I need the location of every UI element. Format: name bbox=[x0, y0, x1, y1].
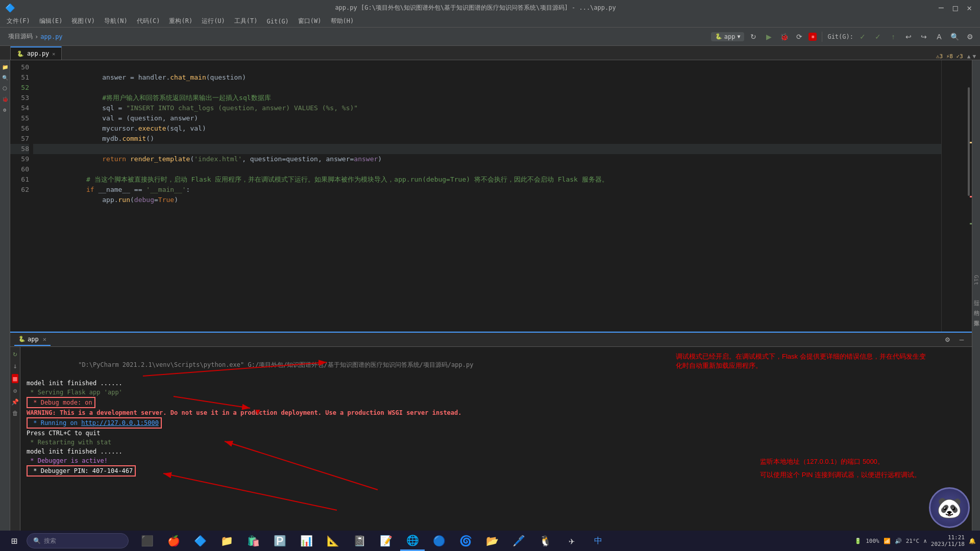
terminal-line-6: Press CTRL+C to quit bbox=[27, 429, 966, 438]
taskbar-app-powerpoint[interactable]: 🅿️ bbox=[267, 531, 292, 551]
taskbar-app-input[interactable]: 中 bbox=[586, 531, 610, 551]
warning-count: ⚠3 ⚡8 ✓3 bbox=[936, 53, 963, 60]
code-line-52: #将用户输入和回答系统返回结果输出一起插入sql数据库 bbox=[33, 83, 941, 93]
scroll-down-icon[interactable]: ▼ bbox=[972, 53, 976, 60]
git-update-button[interactable]: ✓ bbox=[872, 31, 884, 43]
store-icon: 🛍️ bbox=[247, 535, 260, 547]
settings-button[interactable]: ⚙ bbox=[964, 31, 976, 43]
run-tab-icon: 🐍 bbox=[18, 336, 26, 342]
run-tools-btn[interactable]: ⚙ bbox=[13, 387, 17, 394]
debug-button[interactable]: 🐞 bbox=[778, 31, 790, 43]
menu-view[interactable]: 视图(V) bbox=[67, 16, 99, 27]
window-controls[interactable]: ─ □ ✕ bbox=[936, 3, 975, 13]
taskbar-app-ie[interactable]: 🔵 bbox=[427, 531, 451, 551]
info-marker-1 bbox=[970, 223, 972, 224]
taskbar-app-word[interactable]: 📝 bbox=[374, 531, 398, 551]
code-line-57 bbox=[33, 134, 941, 144]
taskbar-app-weather[interactable]: 🍎 bbox=[161, 531, 186, 551]
taskbar-notification-icon[interactable]: 🔔 bbox=[969, 538, 976, 544]
coverage-button[interactable]: ⟳ bbox=[793, 31, 805, 43]
run-config-name: app bbox=[724, 33, 736, 40]
run-panel-close-btn[interactable]: ─ bbox=[955, 334, 968, 346]
taskbar-search[interactable]: 🔍 搜索 bbox=[27, 533, 129, 548]
warning-marker-1 bbox=[970, 142, 972, 143]
menu-navigate[interactable]: 导航(N) bbox=[100, 16, 132, 27]
activity-icon-2[interactable]: 🔍 bbox=[1, 73, 9, 82]
undo-button[interactable]: ↩ bbox=[902, 31, 915, 43]
run-panel-body-wrapper: ↻ ↓ ■ ⚙ 📌 🗑 "D:\PyCharm 2021.2.1\venv\Sc… bbox=[10, 347, 972, 531]
terminal-line-8: model init finished ...... bbox=[27, 447, 966, 456]
run-panel-toolbar: ⚙ ─ bbox=[941, 334, 968, 346]
taskbar-app-filemanager[interactable]: 📂 bbox=[480, 531, 504, 551]
taskbar-app-explorer[interactable]: ⬛ bbox=[135, 531, 159, 551]
taskbar-app-visio[interactable]: 📐 bbox=[321, 531, 345, 551]
refresh-button[interactable]: ↻ bbox=[747, 31, 760, 43]
taskbar-app-chrome[interactable]: 🌀 bbox=[453, 531, 478, 551]
stop-run-button[interactable]: ■ bbox=[12, 374, 18, 383]
editor-tab-bar: 🐍 app.py ✕ ⚠3 ⚡8 ✓3 ▲ ▼ bbox=[0, 46, 980, 60]
breadcrumb: 项目源码 › app.py bbox=[8, 32, 63, 41]
taskbar-app-edge[interactable]: 🌐 bbox=[400, 531, 425, 551]
run-tab-close[interactable]: ✕ bbox=[43, 336, 46, 343]
close-button[interactable]: ✕ bbox=[964, 3, 975, 13]
title-bar-left: 🔷 bbox=[5, 3, 15, 13]
tab-close-button[interactable]: ✕ bbox=[52, 51, 55, 57]
activity-icon-4[interactable]: 🐞 bbox=[1, 95, 9, 103]
run-pin-btn[interactable]: 📌 bbox=[11, 398, 19, 406]
run-button[interactable]: ▶ bbox=[763, 31, 775, 43]
scroll-up-icon[interactable]: ▲ bbox=[967, 53, 971, 60]
rerun-button[interactable]: ↻ bbox=[13, 349, 17, 358]
menu-edit[interactable]: 编辑(E) bbox=[35, 16, 67, 27]
sidebar-git-label[interactable]: Git bbox=[973, 275, 979, 285]
activity-icon-1[interactable]: 📁 bbox=[1, 63, 9, 71]
run-panel-settings-btn[interactable]: ⚙ bbox=[941, 334, 953, 346]
run-config-selector[interactable]: 🐍 app ▼ bbox=[711, 32, 745, 41]
translate-button[interactable]: A bbox=[933, 31, 945, 43]
edge-icon: 🌐 bbox=[406, 534, 419, 546]
menu-refactor[interactable]: 重构(R) bbox=[165, 16, 197, 27]
editor-tab-app[interactable]: 🐍 app.py ✕ bbox=[10, 46, 62, 60]
taskbar-app-3d[interactable]: 🔷 bbox=[188, 531, 212, 551]
app-icon: 🔷 bbox=[5, 3, 15, 13]
run-trash-btn[interactable]: 🗑 bbox=[12, 410, 18, 417]
start-button[interactable]: ⊞ bbox=[4, 531, 24, 551]
search-button[interactable]: 🔍 bbox=[948, 31, 961, 43]
menu-file[interactable]: 文件(F) bbox=[3, 16, 34, 27]
menu-help[interactable]: 帮助(H) bbox=[327, 16, 358, 27]
scroll-to-end-button[interactable]: ↓ bbox=[13, 362, 17, 370]
code-content: answer = handler.chat_main(question) #将用… bbox=[33, 60, 941, 332]
menu-tools[interactable]: 工具(T) bbox=[230, 16, 262, 27]
taskbar-app-telegram[interactable]: ✈️ bbox=[559, 531, 584, 551]
run-left-icons: ↻ ↓ ■ ⚙ 📌 🗑 bbox=[10, 347, 20, 531]
git-check-button[interactable]: ✓ bbox=[856, 31, 869, 43]
taskbar-app-pycharm[interactable]: 🖊️ bbox=[506, 531, 531, 551]
menu-run[interactable]: 运行(U) bbox=[198, 16, 229, 27]
right-sidebar: Git 运行 结构 数据库 bbox=[972, 60, 980, 531]
redo-button[interactable]: ↪ bbox=[918, 31, 930, 43]
onenote-icon: 📓 bbox=[353, 535, 366, 547]
flask-url-link[interactable]: http://127.0.0.1:5000 bbox=[81, 419, 159, 427]
taskbar-battery-icon: 🔋 bbox=[854, 538, 862, 544]
activity-icon-3[interactable]: ⎔ bbox=[1, 84, 9, 92]
minimize-button[interactable]: ─ bbox=[936, 3, 947, 13]
taskbar-arrow-up[interactable]: ∧ bbox=[923, 538, 927, 544]
menu-code[interactable]: 代码(C) bbox=[133, 16, 164, 27]
maximize-button[interactable]: □ bbox=[950, 3, 961, 13]
taskbar-app-onenote[interactable]: 📓 bbox=[347, 531, 372, 551]
taskbar-app-store[interactable]: 🛍️ bbox=[241, 531, 265, 551]
activity-bar: 📁 🔍 ⎔ 🐞 ⚙ bbox=[0, 60, 10, 531]
taskbar-app-qq[interactable]: 🐧 bbox=[533, 531, 557, 551]
windows-icon: ⊞ bbox=[11, 535, 17, 547]
tab-label: app.py bbox=[27, 50, 49, 57]
git-push-button[interactable]: ↑ bbox=[887, 31, 899, 43]
annotation-listen: 监听本地地址（127.0.0.1）的端口 5000。 可以使用这个 PIN 连接… bbox=[760, 457, 921, 480]
taskbar-clock[interactable]: 11:21 2023/11/18 bbox=[931, 534, 965, 547]
taskbar-app-excel[interactable]: 📊 bbox=[294, 531, 318, 551]
panda-mascot[interactable]: 🐼 bbox=[929, 487, 970, 528]
stop-button[interactable]: ■ bbox=[808, 33, 817, 41]
taskbar-app-files[interactable]: 📁 bbox=[214, 531, 239, 551]
activity-icon-5[interactable]: ⚙ bbox=[1, 106, 9, 114]
menu-git[interactable]: Git(G) bbox=[263, 17, 293, 26]
menu-window[interactable]: 窗口(W) bbox=[294, 16, 326, 27]
run-tab-app[interactable]: 🐍 app ✕ bbox=[14, 334, 51, 346]
